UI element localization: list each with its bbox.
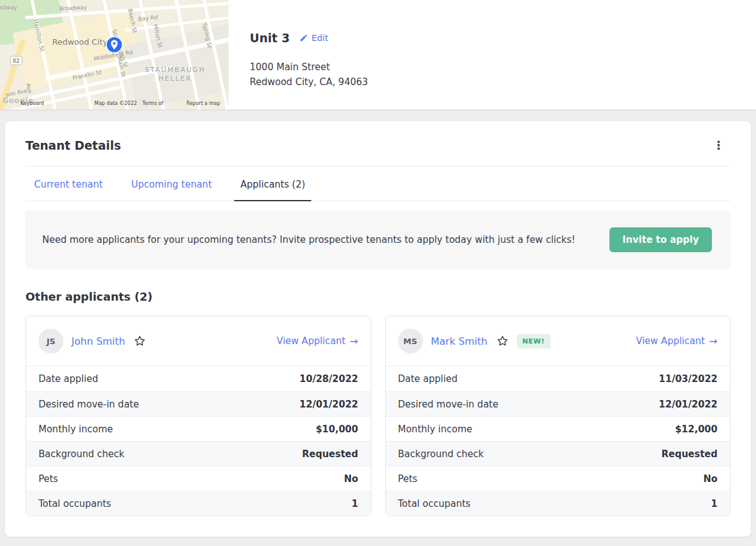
map-street-label: Broadway bbox=[59, 4, 87, 12]
unit-info: Unit 3 Edit 1000 Main Street Redwood Cit… bbox=[229, 0, 368, 109]
map[interactable]: adway Broadway Bay Rd Beech St Spring St… bbox=[0, 0, 229, 109]
applicant-card-header: JS John Smith View Applicant → bbox=[26, 316, 371, 366]
invite-to-apply-button[interactable]: Invite to apply bbox=[609, 227, 712, 252]
route-82-badge: 82 bbox=[10, 56, 22, 65]
map-pin-icon[interactable] bbox=[106, 36, 123, 56]
address-line-2: Redwood City, CA, 94063 bbox=[250, 75, 368, 89]
map-street-label: adway bbox=[0, 4, 17, 11]
tab-applicants[interactable]: Applicants (2) bbox=[234, 166, 311, 201]
tenant-details-title: Tenant Details bbox=[25, 139, 121, 152]
unit-address: 1000 Main Street Redwood City, CA, 94063 bbox=[250, 60, 368, 89]
avatar: MS bbox=[398, 329, 423, 353]
view-applicant-link[interactable]: View Applicant → bbox=[636, 335, 717, 347]
star-icon[interactable] bbox=[496, 335, 509, 347]
applicant-card-john-smith: JS John Smith View Applicant → Date appl… bbox=[25, 316, 371, 516]
applicant-name-link[interactable]: Mark Smith bbox=[431, 335, 488, 347]
tab-current-tenant[interactable]: Current tenant bbox=[28, 166, 109, 201]
edit-unit-link[interactable]: Edit bbox=[299, 33, 328, 43]
edit-label: Edit bbox=[311, 33, 328, 43]
detail-row: Background check Requested bbox=[386, 441, 731, 466]
kebab-menu-icon[interactable]: ⋮ bbox=[707, 140, 731, 151]
unit-title: Unit 3 bbox=[250, 31, 289, 45]
star-icon[interactable] bbox=[134, 335, 146, 347]
detail-row: Monthly income $12,000 bbox=[386, 416, 731, 441]
applicant-name-link[interactable]: John Smith bbox=[71, 335, 125, 347]
map-keyboard-shortcuts-link[interactable]: Keyboard bbox=[20, 101, 44, 106]
map-city-label: Redwood City bbox=[52, 37, 107, 47]
detail-row: Desired move-in date 12/01/2022 bbox=[26, 391, 371, 416]
detail-row: Monthly income $10,000 bbox=[26, 416, 371, 441]
map-district-label: STAUMBAUGH HELLER bbox=[145, 66, 206, 83]
detail-row: Total occupants 1 bbox=[386, 491, 731, 516]
map-report-link[interactable]: Report a map bbox=[186, 101, 220, 106]
detail-row: Date applied 11/03/2022 bbox=[386, 366, 731, 391]
tab-upcoming-tenant[interactable]: Upcoming tenant bbox=[125, 166, 218, 201]
applicant-details-list: Date applied 10/28/2022 Desired move-in … bbox=[26, 366, 371, 516]
arrow-right-icon: → bbox=[350, 335, 358, 347]
other-applicants-title: Other applicants (2) bbox=[25, 290, 731, 303]
applicant-card-header: MS Mark Smith NEW! View Applicant → bbox=[386, 316, 731, 366]
invite-banner-text: Need more applicants for your upcoming t… bbox=[42, 234, 575, 245]
view-applicant-link[interactable]: View Applicant → bbox=[276, 335, 358, 347]
applicant-card-mark-smith: MS Mark Smith NEW! View Applicant → Date… bbox=[385, 316, 731, 516]
tenant-details-tabs: Current tenant Upcoming tenant Applicant… bbox=[25, 166, 731, 201]
invite-banner: Need more applicants for your upcoming t… bbox=[25, 211, 731, 269]
avatar: JS bbox=[39, 329, 63, 353]
tenant-details-card: Tenant Details ⋮ Current tenant Upcoming… bbox=[5, 121, 751, 537]
detail-row: Date applied 10/28/2022 bbox=[26, 366, 371, 391]
applicant-details-list: Date applied 11/03/2022 Desired move-in … bbox=[386, 366, 731, 516]
address-line-1: 1000 Main Street bbox=[250, 60, 368, 75]
map-terms-link[interactable]: Terms of bbox=[142, 101, 163, 106]
detail-row: Total occupants 1 bbox=[26, 491, 371, 516]
map-street-label: Bay Rd bbox=[138, 14, 158, 22]
detail-row: Pets No bbox=[386, 466, 731, 491]
arrow-right-icon: → bbox=[709, 335, 717, 347]
detail-row: Background check Requested bbox=[26, 441, 371, 466]
pencil-icon bbox=[299, 34, 308, 42]
new-badge: NEW! bbox=[517, 334, 550, 348]
map-data-attribution: Map data ©2022 bbox=[94, 101, 137, 106]
unit-header-card: adway Broadway Bay Rd Beech St Spring St… bbox=[0, 0, 756, 109]
applicant-cards: JS John Smith View Applicant → Date appl… bbox=[25, 316, 731, 516]
detail-row: Pets No bbox=[26, 466, 371, 491]
detail-row: Desired move-in date 12/01/2022 bbox=[386, 391, 731, 416]
tenant-details-header: Tenant Details ⋮ bbox=[25, 121, 731, 166]
